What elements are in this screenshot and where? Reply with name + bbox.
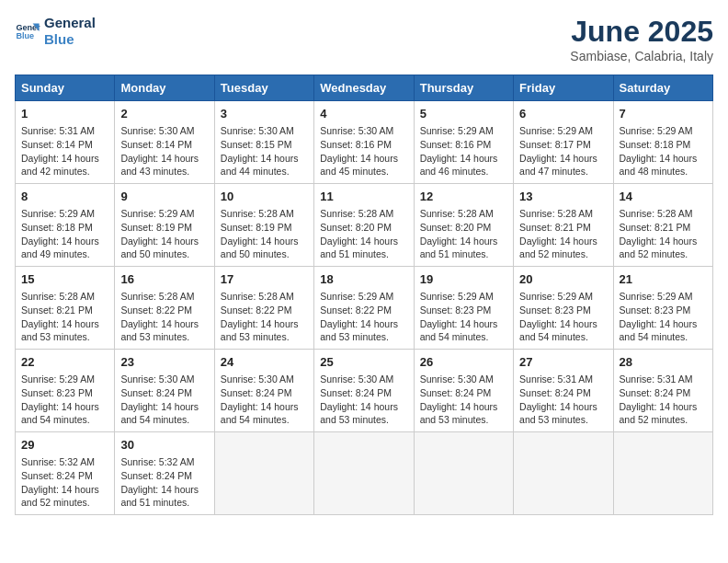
day-number: 9	[120, 189, 208, 205]
calendar-cell: 13 Sunrise: 5:28 AM Sunset: 8:21 PM Dayl…	[514, 184, 613, 267]
sunset-label: Sunset: 8:19 PM	[221, 222, 292, 233]
sunrise-label: Sunrise: 5:30 AM	[221, 125, 294, 136]
calendar-cell	[214, 432, 313, 515]
calendar-week-row: 29 Sunrise: 5:32 AM Sunset: 8:24 PM Dayl…	[16, 432, 713, 515]
day-number: 8	[21, 189, 108, 205]
calendar-cell: 29 Sunrise: 5:32 AM Sunset: 8:24 PM Dayl…	[16, 432, 115, 515]
daylight-label: Daylight: 14 hours and 47 minutes.	[519, 153, 597, 178]
calendar-body: 1 Sunrise: 5:31 AM Sunset: 8:14 PM Dayli…	[16, 101, 713, 515]
day-number: 15	[21, 271, 108, 288]
calendar-cell: 9 Sunrise: 5:29 AM Sunset: 8:19 PM Dayli…	[115, 184, 214, 267]
sunrise-label: Sunrise: 5:32 AM	[21, 456, 95, 467]
sunset-label: Sunset: 8:22 PM	[120, 304, 192, 316]
calendar-cell: 11 Sunrise: 5:28 AM Sunset: 8:20 PM Dayl…	[314, 184, 414, 267]
day-number: 3	[221, 106, 308, 122]
calendar-cell: 26 Sunrise: 5:30 AM Sunset: 8:24 PM Dayl…	[414, 350, 513, 432]
sunrise-label: Sunrise: 5:28 AM	[620, 208, 693, 219]
calendar-cell: 1 Sunrise: 5:31 AM Sunset: 8:14 PM Dayli…	[16, 101, 115, 184]
calendar-week-row: 22 Sunrise: 5:29 AM Sunset: 8:23 PM Dayl…	[16, 350, 713, 432]
calendar-cell: 16 Sunrise: 5:28 AM Sunset: 8:22 PM Dayl…	[115, 267, 214, 350]
daylight-label: Daylight: 14 hours and 42 minutes.	[21, 153, 99, 178]
sunset-label: Sunset: 8:21 PM	[519, 222, 591, 233]
sunrise-label: Sunrise: 5:30 AM	[120, 125, 194, 136]
calendar-week-row: 15 Sunrise: 5:28 AM Sunset: 8:21 PM Dayl…	[16, 267, 713, 350]
daylight-label: Daylight: 14 hours and 52 minutes.	[620, 236, 698, 260]
sunrise-label: Sunrise: 5:28 AM	[420, 208, 494, 219]
day-number: 27	[519, 354, 607, 371]
sunrise-label: Sunrise: 5:31 AM	[519, 373, 593, 385]
daylight-label: Daylight: 14 hours and 53 minutes.	[120, 318, 199, 343]
daylight-label: Daylight: 14 hours and 53 minutes.	[21, 318, 99, 343]
sunset-label: Sunset: 8:18 PM	[620, 139, 691, 150]
sunset-label: Sunset: 8:23 PM	[420, 304, 492, 316]
sunset-label: Sunset: 8:17 PM	[519, 139, 591, 150]
calendar-cell: 7 Sunrise: 5:29 AM Sunset: 8:18 PM Dayli…	[613, 101, 712, 184]
calendar-cell	[414, 432, 513, 515]
sunrise-label: Sunrise: 5:29 AM	[420, 125, 494, 136]
day-number: 14	[620, 189, 707, 205]
calendar-cell: 23 Sunrise: 5:30 AM Sunset: 8:24 PM Dayl…	[115, 350, 214, 432]
sunset-label: Sunset: 8:18 PM	[21, 222, 93, 233]
daylight-label: Daylight: 14 hours and 50 minutes.	[221, 236, 299, 260]
calendar-cell: 15 Sunrise: 5:28 AM Sunset: 8:21 PM Dayl…	[16, 267, 115, 350]
sunset-label: Sunset: 8:20 PM	[420, 222, 492, 233]
calendar-cell: 2 Sunrise: 5:30 AM Sunset: 8:14 PM Dayli…	[115, 101, 214, 184]
daylight-label: Daylight: 14 hours and 52 minutes.	[620, 401, 698, 426]
calendar-cell: 22 Sunrise: 5:29 AM Sunset: 8:23 PM Dayl…	[16, 350, 115, 432]
sunrise-label: Sunrise: 5:29 AM	[120, 208, 194, 219]
calendar-week-row: 8 Sunrise: 5:29 AM Sunset: 8:18 PM Dayli…	[16, 184, 713, 267]
header: General Blue General Blue June 2025 Samb…	[15, 15, 713, 63]
calendar-cell: 21 Sunrise: 5:29 AM Sunset: 8:23 PM Dayl…	[613, 267, 712, 350]
calendar-cell	[314, 432, 414, 515]
header-sunday: Sunday	[16, 75, 115, 101]
sunset-label: Sunset: 8:14 PM	[21, 139, 93, 150]
sunrise-label: Sunrise: 5:28 AM	[221, 208, 294, 219]
calendar-cell: 4 Sunrise: 5:30 AM Sunset: 8:16 PM Dayli…	[314, 101, 414, 184]
day-number: 28	[620, 354, 707, 371]
sunrise-label: Sunrise: 5:29 AM	[620, 291, 693, 302]
sunset-label: Sunset: 8:24 PM	[620, 387, 691, 398]
day-number: 13	[519, 189, 607, 205]
daylight-label: Daylight: 14 hours and 53 minutes.	[519, 401, 597, 426]
sunrise-label: Sunrise: 5:28 AM	[120, 291, 194, 302]
sunrise-label: Sunrise: 5:30 AM	[320, 373, 393, 385]
daylight-label: Daylight: 14 hours and 51 minutes.	[420, 236, 498, 260]
day-number: 21	[620, 271, 707, 288]
sunset-label: Sunset: 8:15 PM	[221, 139, 292, 150]
calendar-cell	[613, 432, 712, 515]
day-number: 16	[120, 271, 208, 288]
daylight-label: Daylight: 14 hours and 52 minutes.	[519, 236, 597, 260]
daylight-label: Daylight: 14 hours and 50 minutes.	[120, 236, 199, 260]
day-number: 7	[620, 106, 707, 122]
sunrise-label: Sunrise: 5:30 AM	[221, 373, 294, 385]
day-number: 24	[221, 354, 308, 371]
day-number: 22	[21, 354, 108, 371]
sunrise-label: Sunrise: 5:28 AM	[519, 208, 593, 219]
calendar-cell: 24 Sunrise: 5:30 AM Sunset: 8:24 PM Dayl…	[214, 350, 313, 432]
sunset-label: Sunset: 8:16 PM	[420, 139, 492, 150]
header-thursday: Thursday	[414, 75, 513, 101]
day-number: 17	[221, 271, 308, 288]
day-number: 30	[120, 437, 208, 454]
calendar-cell: 14 Sunrise: 5:28 AM Sunset: 8:21 PM Dayl…	[613, 184, 712, 267]
calendar-cell: 5 Sunrise: 5:29 AM Sunset: 8:16 PM Dayli…	[414, 101, 513, 184]
daylight-label: Daylight: 14 hours and 53 minutes.	[420, 401, 498, 426]
daylight-label: Daylight: 14 hours and 52 minutes.	[21, 484, 99, 509]
calendar-cell: 30 Sunrise: 5:32 AM Sunset: 8:24 PM Dayl…	[115, 432, 214, 515]
sunset-label: Sunset: 8:23 PM	[519, 304, 591, 316]
daylight-label: Daylight: 14 hours and 51 minutes.	[120, 484, 199, 509]
daylight-label: Daylight: 14 hours and 46 minutes.	[420, 153, 498, 178]
sunset-label: Sunset: 8:19 PM	[120, 222, 192, 233]
day-number: 2	[120, 106, 208, 122]
sunrise-label: Sunrise: 5:29 AM	[519, 291, 593, 302]
day-number: 29	[21, 437, 108, 454]
calendar-cell: 6 Sunrise: 5:29 AM Sunset: 8:17 PM Dayli…	[514, 101, 613, 184]
sunset-label: Sunset: 8:23 PM	[21, 387, 93, 398]
header-row: Sunday Monday Tuesday Wednesday Thursday…	[16, 75, 713, 101]
logo-icon: General Blue	[15, 18, 40, 44]
daylight-label: Daylight: 14 hours and 54 minutes.	[120, 401, 199, 426]
sunset-label: Sunset: 8:22 PM	[221, 304, 292, 316]
sunset-label: Sunset: 8:24 PM	[519, 387, 591, 398]
sunrise-label: Sunrise: 5:29 AM	[320, 291, 393, 302]
sunrise-label: Sunrise: 5:28 AM	[21, 291, 95, 302]
